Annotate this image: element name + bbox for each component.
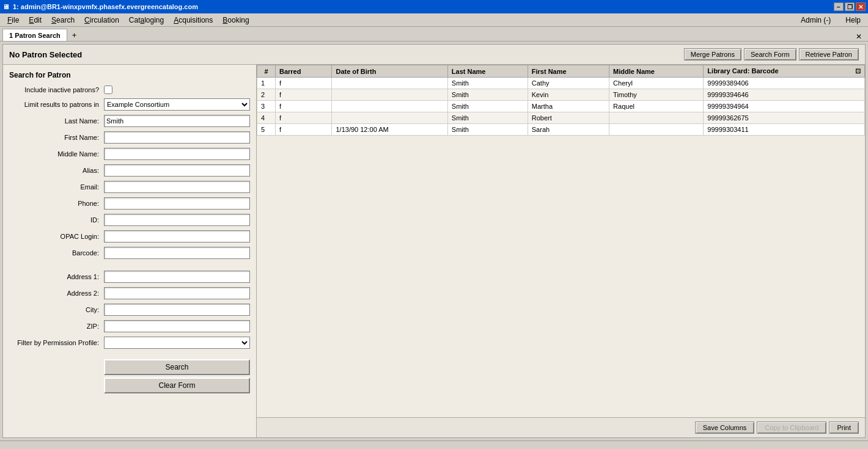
barcode-row: Barcode: — [9, 247, 250, 259]
left-panel: Search for Patron Include inactive patro… — [3, 65, 257, 437]
id-row: ID: — [9, 214, 250, 226]
search-form-title: Search for Patron — [9, 71, 250, 79]
tab-add-button[interactable]: + — [67, 29, 82, 41]
tab-patron-search-label: 1 Patron Search — [9, 32, 61, 39]
include-inactive-label: Include inactive patrons? — [9, 86, 104, 93]
table-row[interactable]: 5 f 1/13/90 12:00 AM Smith Sarah 9999930… — [257, 124, 865, 136]
address2-input[interactable] — [104, 287, 250, 299]
cell-middle-name: Timothy — [609, 89, 704, 101]
minimize-button[interactable]: − — [834, 2, 844, 11]
menu-booking[interactable]: Booking — [218, 13, 254, 26]
cell-library-card: 99999394646 — [704, 89, 865, 101]
results-table: # Barred Date of Birth Last Name First N… — [257, 65, 865, 136]
col-resize-icon[interactable]: ⊡ — [855, 67, 861, 75]
alias-input[interactable] — [104, 164, 250, 177]
email-row: Email: — [9, 181, 250, 193]
print-button[interactable]: Print — [829, 422, 859, 434]
alias-row: Alias: — [9, 164, 250, 177]
cell-dob: 1/13/90 12:00 AM — [332, 124, 447, 136]
col-header-first-name: First Name — [528, 65, 609, 78]
cell-barred: f — [276, 124, 332, 136]
cell-first-name: Martha — [528, 101, 609, 112]
cell-first-name: Cathy — [528, 78, 609, 89]
first-name-input[interactable] — [104, 131, 250, 144]
cell-num: 4 — [257, 112, 276, 124]
cell-first-name: Robert — [528, 112, 609, 124]
top-bar: No Patron Selected Merge Patrons Search … — [3, 45, 865, 65]
col-header-middle-name: Middle Name — [609, 65, 704, 78]
menu-acquisitions[interactable]: Acquisitions — [169, 13, 218, 26]
right-panel: # Barred Date of Birth Last Name First N… — [257, 65, 865, 437]
zip-label: ZIP: — [9, 323, 104, 330]
filter-permission-select[interactable] — [104, 337, 250, 349]
city-label: City: — [9, 306, 104, 313]
cell-last-name: Smith — [447, 101, 528, 112]
cell-middle-name — [609, 112, 704, 124]
city-input[interactable] — [104, 304, 250, 316]
search-button[interactable]: Search — [104, 359, 250, 375]
table-row[interactable]: 3 f Smith Martha Raquel 99999394964 — [257, 101, 865, 112]
table-header-row: # Barred Date of Birth Last Name First N… — [257, 65, 865, 78]
form-buttons: Search Clear Form — [9, 359, 250, 393]
copy-clipboard-button[interactable]: Copy to Clipboard — [757, 422, 826, 434]
phone-row: Phone: — [9, 197, 250, 210]
cell-dob — [332, 78, 447, 89]
menu-cataloging[interactable]: Cataloging — [124, 13, 169, 26]
id-input[interactable] — [104, 214, 250, 226]
cell-last-name: Smith — [447, 124, 528, 136]
last-name-row: Last Name: — [9, 115, 250, 127]
cell-num: 2 — [257, 89, 276, 101]
table-row[interactable]: 4 f Smith Robert 99999362675 — [257, 112, 865, 124]
title-bar: 🖥 1: admin@BR1-winxpvmfx.phasefx.evergre… — [0, 0, 868, 13]
cell-num: 3 — [257, 101, 276, 112]
include-inactive-checkbox[interactable] — [104, 86, 112, 94]
tab-close-button[interactable]: ✕ — [852, 32, 866, 41]
opac-login-row: OPAC Login: — [9, 230, 250, 243]
results-table-container: # Barred Date of Birth Last Name First N… — [257, 65, 865, 417]
phone-input[interactable] — [104, 197, 250, 210]
clear-form-button[interactable]: Clear Form — [104, 378, 250, 393]
first-name-label: First Name: — [9, 134, 104, 141]
col-header-barred: Barred — [276, 65, 332, 78]
cell-last-name: Smith — [447, 112, 528, 124]
city-row: City: — [9, 304, 250, 316]
limit-results-select[interactable]: Example Consortium — [104, 98, 250, 111]
zip-input[interactable] — [104, 320, 250, 332]
restore-button[interactable]: ❐ — [845, 2, 855, 11]
merge-patrons-button[interactable]: Merge Patrons — [684, 48, 741, 60]
menu-edit[interactable]: Edit — [24, 13, 46, 26]
menu-help[interactable]: Help — [840, 15, 866, 26]
col-header-last-name: Last Name — [447, 65, 528, 78]
cell-middle-name: Cheryl — [609, 78, 704, 89]
email-input[interactable] — [104, 181, 250, 193]
retrieve-patron-button[interactable]: Retrieve Patron — [799, 48, 859, 60]
address1-row: Address 1: — [9, 271, 250, 283]
status-bar — [0, 440, 868, 449]
middle-name-input[interactable] — [104, 148, 250, 160]
search-form-button[interactable]: Search Form — [744, 48, 796, 60]
menu-search[interactable]: Search — [46, 13, 79, 26]
body-split: Search for Patron Include inactive patro… — [3, 65, 865, 437]
last-name-input[interactable] — [104, 115, 250, 127]
bottom-bar: Save Columns Copy to Clipboard Print — [257, 417, 865, 437]
close-button[interactable]: ✕ — [856, 2, 866, 11]
cell-middle-name — [609, 124, 704, 136]
tab-patron-search[interactable]: 1 Patron Search — [2, 29, 67, 41]
opac-login-input[interactable] — [104, 230, 250, 243]
menu-circulation[interactable]: Circulation — [79, 13, 124, 26]
menu-admin[interactable]: Admin (-) — [796, 15, 836, 26]
menu-bar: File Edit Search Circulation Cataloging … — [0, 13, 868, 27]
address1-input[interactable] — [104, 271, 250, 283]
cell-library-card: 99999389406 — [704, 78, 865, 89]
main-content: No Patron Selected Merge Patrons Search … — [2, 44, 866, 438]
table-row[interactable]: 2 f Smith Kevin Timothy 99999394646 — [257, 89, 865, 101]
save-columns-button[interactable]: Save Columns — [695, 422, 755, 434]
barcode-input[interactable] — [104, 247, 250, 259]
menu-file[interactable]: File — [2, 13, 24, 26]
table-row[interactable]: 1 f Smith Cathy Cheryl 99999389406 — [257, 78, 865, 89]
cell-library-card: 99999303411 — [704, 124, 865, 136]
cell-library-card: 99999394964 — [704, 101, 865, 112]
cell-dob — [332, 89, 447, 101]
cell-first-name: Kevin — [528, 89, 609, 101]
middle-name-row: Middle Name: — [9, 148, 250, 160]
